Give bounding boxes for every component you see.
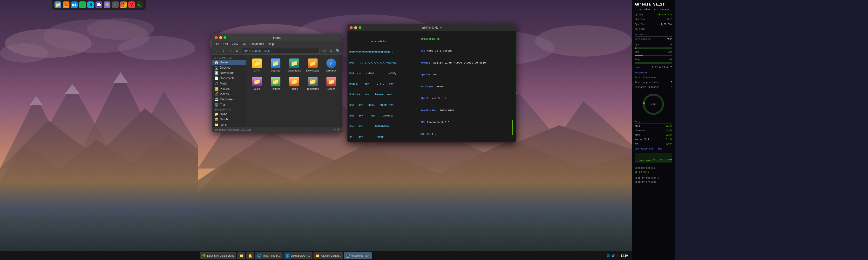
fm-file-public-icon: 📁 xyxy=(289,77,299,86)
bt-erikdubois[interactable]: 🌐 erikdubois/URI... xyxy=(283,252,312,259)
term-logo-4: MMNso/ ` dMM `.::-. `.sMN+ xyxy=(349,82,398,86)
fm-bookmark-icons[interactable]: 📁 icons xyxy=(212,122,246,127)
fm-bookmark-data[interactable]: 📁 DATA xyxy=(212,111,246,117)
bt-data-folder-label: ~/DATA/Ultimat... xyxy=(321,254,341,257)
fm-file-documents[interactable]: 📁 Documents xyxy=(286,57,302,73)
bt-clock: 13:39 xyxy=(619,254,630,257)
term-minimize-button[interactable] xyxy=(354,26,357,29)
fm-file-public[interactable]: 📁 Public xyxy=(286,75,302,92)
thunderbird-taskbar-icon[interactable]: 📧 xyxy=(71,1,78,8)
rp-section-xorg: Xorg xyxy=(634,120,672,123)
fm-titlebar: Home xyxy=(212,34,342,41)
left-desktop: 📁 🦊 📧 🎵 S 💬 🎨 □ ⬡ V $_ xyxy=(0,0,198,260)
fm-sidebar-pictures[interactable]: 🖼️ Pictures xyxy=(212,86,246,91)
trash-icon: 🗑️ xyxy=(214,103,218,107)
fm-file-videos[interactable]: 📁 Videos xyxy=(323,75,340,92)
skype-taskbar-icon[interactable]: S xyxy=(87,1,94,8)
fm-refresh-button[interactable]: ↻ xyxy=(234,48,240,54)
bt-imgur[interactable]: 🌐 Imgur: The m... xyxy=(255,252,282,259)
term-de: DE: Cinnamon 3.2.6 xyxy=(401,116,514,128)
fm-sidebar-videos[interactable]: 🎬 Videos xyxy=(212,91,246,97)
bt-terminal-active[interactable]: 🖥️ erik@erik-Hp: ~ xyxy=(344,252,372,259)
fm-sidebar-music[interactable]: 🎵 Music xyxy=(212,81,246,86)
fm-up-button[interactable]: ↑ xyxy=(227,48,233,54)
fm-file-desktop[interactable]: 📁 Desktop xyxy=(267,57,284,73)
fm-file-pictures[interactable]: 📁 Pictures xyxy=(267,75,284,92)
bt-tray: 🌐 🔊 | xyxy=(607,254,618,257)
term-close-button[interactable] xyxy=(350,26,353,29)
rp-loadavg-val: 0,12 0,23 0,26 xyxy=(652,66,672,70)
bt-data-folder[interactable]: 📂 ~/DATA/Ultimat... xyxy=(313,252,343,259)
term-logo-2: MMm----::-://////////////oymMNd+ xyxy=(349,61,398,65)
bt-tray-volume[interactable]: 🔊 xyxy=(612,254,615,257)
fm-search-button[interactable]: 🔍 xyxy=(335,48,341,54)
imgur-icon: 🌐 xyxy=(257,254,261,258)
term-logo-7: NMm dMM -NMm- `oMMMMNh xyxy=(349,114,398,118)
spotify-taskbar-icon[interactable]: 🎵 xyxy=(79,1,86,8)
fm-file-downloads[interactable]: 📁 Downloads xyxy=(305,57,321,73)
rp-running-proc-val: 0 xyxy=(671,81,672,84)
term-title: erik@erik-Hp: ~ xyxy=(422,26,442,29)
fm-menu-view[interactable]: View xyxy=(232,42,238,46)
term-logo-9: hM+ dMM `+MMMMM xyxy=(349,135,398,139)
fm-menu-help[interactable]: Help xyxy=(268,42,274,46)
term-packages: Packages: 2670 xyxy=(401,81,514,93)
terminal-active-icon: 🖥️ xyxy=(346,254,350,258)
fm-file-dropbox[interactable]: ✓ Dropbox xyxy=(323,57,340,73)
fm-bookmark-dropbox[interactable]: 📦 Dropbox xyxy=(212,117,246,122)
fm-sidebar-downloads-label: Downloads xyxy=(220,71,234,75)
fm-grid-view-button[interactable]: ⊞ xyxy=(321,48,327,54)
gimp-taskbar-icon[interactable]: 🎨 xyxy=(104,1,111,8)
term-logo-1: MMMMMMMMMMMMMMMMMMMMMMMMmds+. xyxy=(349,50,398,54)
rp-motherboard-row: Motherboard 2A9C xyxy=(634,38,672,41)
rp-running-proc-key: Running processes xyxy=(634,81,659,84)
rp-total-proc-key: Total Processes xyxy=(634,76,656,80)
fm-sidebar-filesystem[interactable]: 💾 File System xyxy=(212,97,246,102)
fm-file-data[interactable]: 📁 DATA xyxy=(249,57,265,73)
term-body[interactable]: screenfetch MMMMMMMMMMMMMMMMMMMMMMMMmds+… xyxy=(347,31,516,142)
rp-proc-zsh-name: zsh xyxy=(634,142,639,146)
firefox-taskbar-icon[interactable]: 🦊 xyxy=(63,1,69,8)
fm-menu-bookmarks[interactable]: Bookmarks xyxy=(250,42,264,46)
rp-mem-label: Mem xyxy=(634,51,639,53)
files-taskbar-icon[interactable]: 📁 xyxy=(55,1,61,8)
term-logo-5: ddddMh+ dMM :hMMMM- +MMd xyxy=(349,93,398,97)
bt-mintmenu[interactable]: 🌿 Linux Mint 18.1 Serena xyxy=(199,252,236,259)
vivaldi-taskbar-icon[interactable]: V xyxy=(128,1,135,8)
fm-breadcrumb-erik[interactable]: erik xyxy=(244,49,248,52)
fm-maximize-button[interactable] xyxy=(223,36,226,39)
home-icon: 🏠 xyxy=(214,61,218,64)
bt-notify[interactable]: 🔔 xyxy=(246,252,254,259)
fm-forward-button[interactable]: › xyxy=(221,48,226,54)
downloads-icon: ⬇️ xyxy=(214,71,218,75)
rp-proc-xorg-name: Xorg xyxy=(634,124,640,128)
chromium-taskbar-icon[interactable]: ⬡ xyxy=(120,1,127,8)
rp-mbtemp-row: MB Temp xyxy=(634,28,672,31)
fm-sidebar-downloads[interactable]: ⬇️ Downloads xyxy=(212,70,246,76)
fm-breadcrumb-aureola[interactable]: .aureola xyxy=(251,49,261,52)
term-maximize-button[interactable] xyxy=(359,26,362,29)
rp-section-processes: Processes xyxy=(634,72,672,75)
bt-tray-network[interactable]: 🌐 xyxy=(607,254,610,257)
virtualbox-taskbar-icon[interactable]: □ xyxy=(112,1,119,8)
fm-breadcrumb-salis[interactable]: salis xyxy=(265,49,270,52)
fm-back-button[interactable]: ‹ xyxy=(214,48,220,54)
fm-sidebar-trash[interactable]: 🗑️ Trash xyxy=(212,102,246,107)
fm-sidebar-documents[interactable]: 📄 Documents xyxy=(212,76,246,81)
fm-sidebar-home[interactable]: 🏠 Home xyxy=(212,60,246,65)
fm-file-templates[interactable]: 📁 Templates xyxy=(305,75,321,92)
fm-file-music[interactable]: 📁 Music xyxy=(249,75,265,92)
fm-menu-file[interactable]: File xyxy=(214,42,219,46)
fm-menu-edit[interactable]: Edit xyxy=(223,42,228,46)
terminal-taskbar-icon[interactable]: $_ xyxy=(136,1,143,8)
fm-list-view-button[interactable]: ≡ xyxy=(328,48,334,54)
notify-icon: 🔔 xyxy=(248,254,252,258)
fm-menu-go[interactable]: Go xyxy=(242,42,246,46)
fm-location-bar[interactable]: erik › .aureola › salis + xyxy=(242,48,319,53)
fm-minimize-button[interactable] xyxy=(219,36,222,39)
hexchat-taskbar-icon[interactable]: 💬 xyxy=(95,1,102,8)
bt-filemanager2[interactable]: 📁 xyxy=(237,252,245,259)
rp-cpu-pct: 3% xyxy=(669,43,672,46)
fm-close-button[interactable] xyxy=(215,36,218,39)
fm-sidebar-desktop[interactable]: 🖥️ Desktop xyxy=(212,65,246,70)
